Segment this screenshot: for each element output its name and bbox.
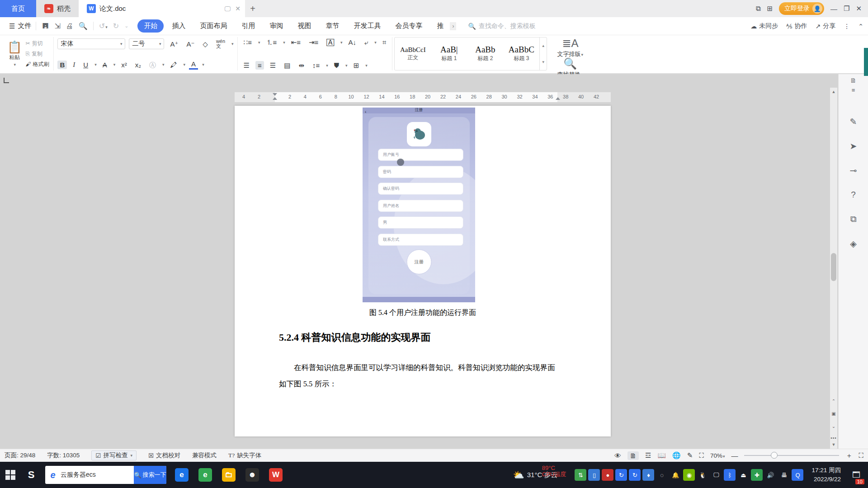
align-left-icon[interactable]: ☰ bbox=[241, 61, 252, 70]
scroll-up-icon[interactable]: ▲ bbox=[830, 89, 837, 94]
scrollbar-thumb[interactable] bbox=[831, 253, 836, 281]
start-button[interactable] bbox=[0, 462, 21, 488]
word-count[interactable]: 字数: 10305 bbox=[47, 451, 80, 460]
taskbar-search-text[interactable]: 云服务器ecs bbox=[61, 466, 134, 484]
collaborate-button[interactable]: ⅍协作 bbox=[786, 22, 807, 30]
page-indicator[interactable]: 页面: 29/48 bbox=[5, 451, 35, 460]
zoom-slider-thumb[interactable] bbox=[771, 452, 778, 459]
panel-menu-icon[interactable]: ≡ bbox=[852, 87, 855, 94]
shading-icon[interactable]: ⛊ bbox=[332, 61, 341, 70]
char-shading-icon[interactable]: Ⓐ bbox=[147, 61, 158, 69]
next-page-button[interactable]: ⌄ bbox=[830, 424, 837, 429]
left-indent-marker[interactable] bbox=[273, 97, 277, 100]
window-switch-icon[interactable]: ⧉ bbox=[756, 5, 761, 13]
action-center-button[interactable]: 🗔 10 bbox=[847, 462, 865, 488]
wrap-icon[interactable]: ⤶ bbox=[362, 38, 370, 47]
decrease-font-icon[interactable]: A⁻ bbox=[184, 40, 197, 48]
bell-icon[interactable]: 🔔 bbox=[670, 469, 681, 481]
page-thumb-icon[interactable]: 🗎 bbox=[850, 77, 857, 84]
print-icon[interactable]: 🖨 bbox=[66, 22, 73, 30]
strikethrough-icon[interactable]: A bbox=[100, 61, 109, 69]
file-explorer-icon[interactable]: 🗀 bbox=[222, 468, 236, 482]
format-painter-button[interactable]: 🖌格式刷 bbox=[24, 60, 50, 69]
wifi-icon[interactable]: ◌ bbox=[656, 469, 668, 481]
tab-home[interactable]: 首页 bbox=[0, 0, 36, 17]
cursor-tool-icon[interactable]: ➤ bbox=[850, 141, 857, 151]
subscript-icon[interactable]: x₂ bbox=[133, 61, 143, 69]
fullscreen-icon[interactable]: ⛶ bbox=[859, 451, 863, 460]
usb-eject-icon[interactable]: ⏏ bbox=[737, 469, 749, 481]
superscript-icon[interactable]: x² bbox=[119, 61, 129, 69]
login-button[interactable]: 立即登录 👤 bbox=[779, 2, 824, 15]
scroll-options-button[interactable]: ••• bbox=[830, 436, 837, 441]
redo-icon[interactable]: ↻ bbox=[113, 22, 119, 30]
style-正文[interactable]: AaBbCcI正文 bbox=[395, 38, 431, 70]
pinyin-guide-icon[interactable]: wén文 bbox=[214, 38, 227, 50]
style-标题1[interactable]: AaB|标题 1 bbox=[431, 38, 467, 70]
style-标题3[interactable]: AaBbC标题 3 bbox=[503, 38, 539, 70]
sync-icon[interactable]: ↻ bbox=[615, 469, 627, 481]
zoom-out-icon[interactable]: — bbox=[731, 452, 738, 460]
text-layout-button[interactable]: ≣A 文字排版▾ bbox=[552, 38, 588, 58]
q-app-icon[interactable]: Q bbox=[792, 469, 803, 481]
paste-button[interactable]: 📋 粘贴▾ bbox=[7, 41, 22, 67]
increase-indent-icon[interactable]: ⇥≡ bbox=[307, 38, 321, 47]
tab-docer[interactable]: ❧ 稻壳 bbox=[36, 0, 79, 17]
spellcheck-toggle[interactable]: ☑ 拼写检查▾ bbox=[91, 450, 137, 460]
zoom-level[interactable]: 70%▾ bbox=[710, 452, 725, 459]
bold-button[interactable]: B bbox=[57, 61, 67, 69]
usb-device-icon[interactable]: ⇅ bbox=[575, 469, 586, 481]
ribbon-overflow-arrow[interactable]: › bbox=[450, 22, 456, 30]
sync2-icon[interactable]: ↻ bbox=[629, 469, 641, 481]
web-view-icon[interactable]: 🌐 bbox=[672, 451, 681, 460]
ribbon-tab-会员专享[interactable]: 会员专享 bbox=[389, 19, 429, 33]
ribbon-tab-章节[interactable]: 章节 bbox=[319, 19, 345, 33]
green-browser-icon[interactable]: e bbox=[198, 468, 212, 482]
decrease-indent-icon[interactable]: ⇤≡ bbox=[289, 38, 303, 47]
first-line-indent-marker[interactable] bbox=[273, 93, 277, 96]
distribute-icon[interactable]: ⇹ bbox=[296, 61, 307, 70]
align-right-icon[interactable]: ☰ bbox=[268, 61, 278, 70]
read-mode-icon[interactable]: 📖 bbox=[657, 451, 666, 460]
fit-page-icon[interactable]: ⛶ bbox=[699, 451, 704, 460]
ribbon-tab-审阅[interactable]: 审阅 bbox=[263, 19, 289, 33]
close-tab-icon[interactable]: ✕ bbox=[235, 5, 241, 13]
taskbar-clock[interactable]: 17:21 周四2022/9/22 bbox=[811, 466, 841, 483]
sogou-input-icon[interactable]: S bbox=[21, 462, 42, 488]
taskbar-search-box[interactable]: e 云服务器ecs 🔍搜索一下 bbox=[45, 466, 166, 484]
ribbon-tab-视图[interactable]: 视图 bbox=[291, 19, 317, 33]
right-indent-marker[interactable] bbox=[556, 97, 560, 100]
shield-icon[interactable]: ♦ bbox=[642, 469, 654, 481]
font-color-icon[interactable]: A bbox=[189, 60, 198, 70]
sort-icon[interactable]: A↓ bbox=[346, 38, 359, 47]
ruler-toggle-icon[interactable]: ⌗ bbox=[380, 38, 388, 47]
highlight-color-icon[interactable]: 🖍 bbox=[168, 61, 179, 69]
missing-font-button[interactable]: T? 缺失字体 bbox=[228, 451, 261, 460]
zoom-slider[interactable] bbox=[744, 455, 839, 456]
previous-page-button[interactable]: ⌃ bbox=[830, 399, 837, 404]
new-tab-button[interactable]: + bbox=[245, 0, 260, 17]
ribbon-tab-推[interactable]: 推 bbox=[430, 19, 450, 33]
command-search[interactable]: 🔍 查找命令、搜索模板 bbox=[468, 22, 535, 30]
clear-format-icon[interactable]: ◇ bbox=[200, 40, 210, 48]
bullet-list-icon[interactable]: ∷≡ bbox=[241, 38, 254, 47]
font-name-select[interactable]: 宋体▾ bbox=[57, 38, 125, 49]
zoom-in-icon[interactable]: ＋ bbox=[845, 451, 852, 460]
ribbon-tab-插入[interactable]: 插入 bbox=[165, 19, 192, 33]
game-app-icon[interactable]: ☻ bbox=[245, 468, 259, 482]
save-icon[interactable]: 🖪 bbox=[42, 22, 49, 30]
horizontal-ruler[interactable]: 4224681012141618202224262830323436384042 bbox=[235, 92, 611, 102]
page-view-icon[interactable]: 🗎 bbox=[627, 451, 639, 460]
print-preview-icon[interactable]: 🔍 bbox=[79, 22, 88, 30]
sync-status[interactable]: ☁未同步 bbox=[750, 22, 778, 30]
ribbon-tab-页面布局[interactable]: 页面布局 bbox=[193, 19, 233, 33]
help-icon[interactable]: ? bbox=[851, 190, 856, 200]
more-menu-icon[interactable]: ⋮ bbox=[844, 23, 850, 30]
file-menu[interactable]: ☰ 文件 bbox=[5, 22, 36, 30]
increase-font-icon[interactable]: A⁺ bbox=[168, 40, 180, 48]
ink-icon[interactable]: ✎ bbox=[687, 451, 693, 460]
tab-stop-selector[interactable] bbox=[4, 78, 9, 83]
text-effect-icon[interactable]: 🄰 bbox=[324, 38, 336, 47]
collapse-ribbon-icon[interactable]: ⌃ bbox=[858, 23, 863, 30]
volume-icon[interactable]: 🔊 bbox=[764, 469, 776, 481]
